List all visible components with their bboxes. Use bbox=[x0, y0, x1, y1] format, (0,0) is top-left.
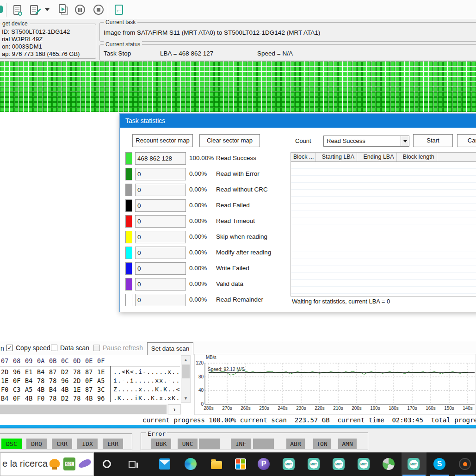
map-cell bbox=[91, 67, 95, 71]
map-cell bbox=[76, 82, 80, 87]
column-header[interactable]: Starting LBA bbox=[316, 153, 357, 161]
stat-label: Write Failed bbox=[216, 265, 249, 272]
store-icon[interactable] bbox=[235, 458, 247, 470]
map-cell bbox=[29, 107, 33, 112]
app-icon[interactable] bbox=[459, 458, 471, 470]
map-cell bbox=[276, 67, 280, 71]
block-table-body[interactable] bbox=[291, 162, 476, 296]
checkbox-data-scan[interactable]: Data scan bbox=[51, 344, 89, 352]
column-header[interactable]: Block ... bbox=[291, 153, 316, 161]
map-cell bbox=[172, 67, 176, 71]
map-cell bbox=[38, 102, 42, 107]
clipped-icon[interactable] bbox=[0, 6, 3, 13]
map-cell bbox=[471, 97, 476, 102]
map-cell bbox=[328, 72, 333, 76]
dropdown-caret-icon[interactable] bbox=[43, 4, 51, 16]
stat-value-field[interactable]: 0 bbox=[135, 294, 186, 306]
map-cell bbox=[33, 87, 37, 92]
stat-value-field[interactable]: 0 bbox=[135, 215, 186, 228]
mrt-icon[interactable]: MRT bbox=[308, 458, 320, 470]
disk-tool-icon[interactable] bbox=[383, 458, 395, 470]
map-cell bbox=[153, 72, 157, 76]
task-view-icon[interactable] bbox=[126, 458, 138, 470]
map-cell bbox=[10, 87, 14, 92]
potplayer-icon[interactable]: P bbox=[258, 458, 270, 470]
scroll-down-icon[interactable]: ▼ bbox=[181, 394, 190, 402]
map-cell bbox=[305, 97, 309, 102]
stop-icon[interactable] bbox=[93, 4, 105, 16]
skype-icon[interactable]: S bbox=[433, 458, 445, 470]
taskbar-search-box[interactable]: e la ricerca 521 bbox=[0, 452, 94, 476]
stat-value-field[interactable]: 468 862 128 bbox=[135, 152, 186, 165]
doc-edit-icon[interactable] bbox=[28, 4, 40, 16]
scroll-thumb[interactable] bbox=[0, 405, 167, 414]
mrt-icon[interactable]: MRT bbox=[333, 458, 345, 470]
stat-value-field[interactable]: 0 bbox=[135, 168, 186, 180]
map-cell bbox=[272, 92, 276, 97]
scroll-up-icon[interactable]: ▲ bbox=[181, 356, 190, 364]
hex-vertical-scrollbar[interactable]: ▲ ▼ bbox=[181, 355, 191, 403]
stat-value-field[interactable]: 0 bbox=[135, 199, 186, 212]
map-cell bbox=[172, 102, 176, 107]
scroll-thumb[interactable] bbox=[182, 365, 190, 378]
cancel-button[interactable]: Cancel bbox=[457, 134, 476, 147]
exit-icon[interactable]: ← bbox=[113, 4, 125, 16]
checkbox-icon[interactable] bbox=[51, 345, 57, 351]
set-data-scan-tab[interactable]: Set data scan bbox=[147, 342, 193, 355]
map-cell bbox=[143, 72, 147, 76]
map-cell bbox=[33, 107, 37, 112]
map-cell bbox=[219, 87, 223, 92]
map-cell bbox=[400, 62, 404, 66]
pause-icon[interactable] bbox=[74, 4, 86, 16]
start-button[interactable]: Start bbox=[413, 134, 453, 147]
map-cell bbox=[433, 92, 438, 97]
checkbox-icon[interactable] bbox=[93, 345, 100, 351]
count-dropdown[interactable]: Read Success bbox=[323, 136, 409, 147]
mrt-icon[interactable]: MRT bbox=[283, 458, 295, 470]
column-header[interactable] bbox=[437, 153, 476, 161]
mail-icon[interactable] bbox=[159, 458, 171, 470]
doc-search-icon[interactable] bbox=[11, 4, 23, 16]
hex-byte: A5 bbox=[25, 386, 36, 393]
cortana-icon[interactable] bbox=[101, 458, 113, 470]
chevron-down-icon[interactable] bbox=[401, 136, 409, 146]
map-cell bbox=[343, 62, 347, 66]
mrt-icon[interactable]: MRT bbox=[408, 458, 420, 470]
file-explorer-icon[interactable] bbox=[210, 458, 223, 470]
map-cell bbox=[133, 77, 137, 81]
clear-sector-map-button[interactable]: Clear sector map bbox=[199, 134, 260, 147]
map-cell bbox=[181, 107, 185, 112]
dialog-title[interactable]: Task statistics bbox=[120, 114, 476, 128]
map-cell bbox=[62, 72, 66, 76]
mrt-icon[interactable]: MRT bbox=[358, 458, 370, 470]
checkbox-pause-refresh[interactable]: Pause refresh bbox=[93, 344, 143, 352]
stat-value-field[interactable]: 0 bbox=[135, 231, 186, 243]
recount-sector-map-button[interactable]: Recount sector map bbox=[132, 134, 193, 147]
edge-icon[interactable] bbox=[185, 458, 197, 470]
map-cell bbox=[200, 107, 204, 112]
map-cell bbox=[367, 82, 371, 87]
copy-run-icon[interactable] bbox=[57, 4, 69, 16]
map-cell bbox=[348, 92, 352, 97]
map-cell bbox=[376, 92, 380, 97]
stat-value-field[interactable]: 0 bbox=[135, 262, 186, 275]
hex-view[interactable]: 0708090A0B0C0D0E0F2D96E1B487D278871E..<K… bbox=[0, 356, 191, 403]
column-header[interactable]: Block length bbox=[397, 153, 437, 161]
map-cell bbox=[76, 72, 80, 76]
stat-value-field[interactable]: 0 bbox=[135, 278, 186, 291]
map-cell bbox=[176, 102, 180, 107]
map-cell bbox=[162, 62, 166, 66]
map-cell bbox=[124, 62, 128, 66]
map-cell bbox=[48, 87, 52, 92]
map-cell bbox=[334, 67, 338, 71]
map-cell bbox=[62, 82, 66, 87]
map-cell bbox=[410, 77, 414, 81]
stat-value-field[interactable]: 0 bbox=[135, 184, 186, 196]
column-header[interactable]: Ending LBA bbox=[357, 153, 397, 161]
scroll-right-icon[interactable]: › bbox=[168, 404, 181, 414]
checkbox-copy-speed[interactable]: ✓Copy speed bbox=[6, 344, 50, 352]
hex-horizontal-scrollbar[interactable]: › bbox=[0, 404, 181, 414]
checkbox-icon[interactable]: ✓ bbox=[6, 345, 13, 351]
stat-value-field[interactable]: 0 bbox=[135, 247, 186, 259]
map-cell bbox=[319, 97, 323, 102]
